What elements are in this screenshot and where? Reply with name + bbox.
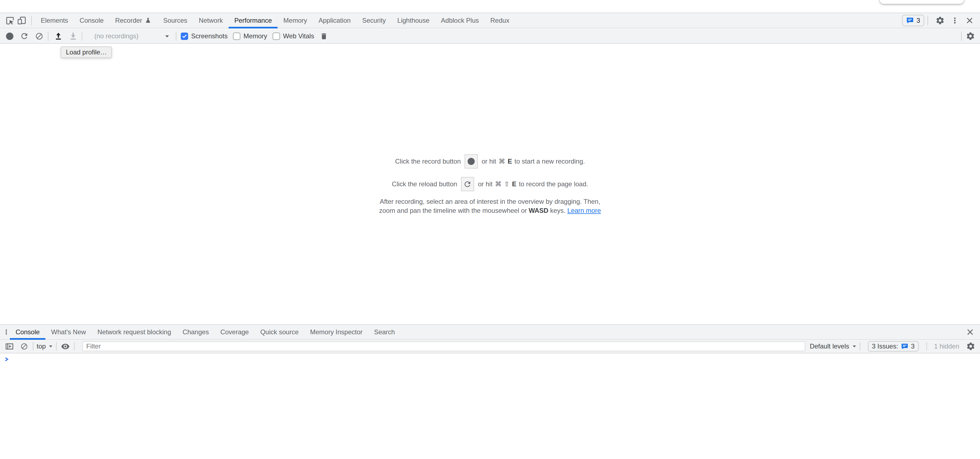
checkbox-unchecked-icon[interactable]	[233, 33, 240, 40]
paragraph-text: keys.	[550, 207, 565, 214]
issues-badge[interactable]: 3	[902, 15, 924, 26]
tab-label: Network	[199, 17, 223, 24]
screenshots-checkbox[interactable]: Screenshots	[181, 32, 228, 40]
memory-checkbox[interactable]: Memory	[233, 32, 267, 40]
tab-label: Redux	[490, 17, 509, 24]
devtools-main-tabbar: Elements Console Recorder Sources Networ…	[0, 13, 980, 29]
javascript-context-dropdown[interactable]: top	[37, 343, 53, 350]
levels-value: Default levels	[810, 343, 849, 350]
checkbox-unchecked-icon[interactable]	[273, 33, 280, 40]
e-key-glyph: E	[508, 158, 512, 165]
paragraph-text: zoom and pan the timeline with the mouse…	[379, 207, 527, 214]
drawer-tab-search[interactable]: Search	[368, 325, 401, 339]
clear-button[interactable]	[33, 30, 45, 41]
e-key-glyph: E	[512, 180, 516, 188]
issues-chat-icon	[901, 343, 908, 350]
issues-label: 3 Issues:	[872, 343, 898, 350]
separator	[961, 32, 962, 41]
tab-label: Recorder	[115, 17, 142, 24]
more-options-kebab-icon[interactable]	[949, 14, 961, 27]
drawer-tab-quick-source[interactable]: Quick source	[255, 325, 304, 339]
create-live-expression-eye-icon[interactable]	[60, 341, 71, 352]
tab-label: Memory	[283, 17, 307, 24]
console-settings-gear-icon[interactable]	[965, 341, 976, 352]
separator	[176, 32, 177, 41]
overview-paragraph: After recording, select an area of inter…	[0, 197, 980, 215]
reload-button-example[interactable]	[461, 177, 474, 191]
console-issues-badge[interactable]: 3 Issues: 3	[868, 341, 919, 352]
tab-performance[interactable]: Performance	[229, 13, 278, 28]
tab-recorder[interactable]: Recorder	[110, 13, 158, 28]
recordings-dropdown-value: (no recordings)	[94, 32, 138, 40]
inspect-element-icon[interactable]	[4, 14, 16, 27]
checkbox-checked-icon[interactable]	[181, 33, 188, 40]
tab-application[interactable]: Application	[313, 13, 356, 28]
hidden-messages-label: 1 hidden	[934, 343, 959, 350]
tab-label: Performance	[234, 17, 272, 24]
drawer-tab-changes[interactable]: Changes	[177, 325, 215, 339]
tab-console[interactable]: Console	[74, 13, 110, 28]
save-profile-button[interactable]	[68, 30, 78, 41]
tab-label: Console	[16, 328, 40, 336]
tab-elements[interactable]: Elements	[35, 13, 74, 28]
record-button[interactable]	[4, 30, 15, 41]
reload-and-record-button[interactable]	[19, 30, 30, 41]
chevron-down-icon	[852, 345, 856, 347]
tab-memory[interactable]: Memory	[278, 13, 313, 28]
drawer-tab-console[interactable]: Console	[10, 325, 45, 339]
close-devtools-icon[interactable]	[964, 14, 975, 27]
web-vitals-checkbox[interactable]: Web Vitals	[273, 32, 314, 40]
drawer-more-tools-kebab-icon[interactable]	[3, 328, 10, 336]
close-drawer-icon[interactable]	[964, 326, 976, 338]
tab-label: Security	[362, 17, 386, 24]
load-profile-button[interactable]	[53, 30, 64, 41]
settings-gear-icon[interactable]	[934, 14, 946, 27]
load-profile-tooltip: Load profile…	[61, 46, 112, 58]
record-icon	[6, 33, 13, 40]
tab-label: Memory Inspector	[310, 328, 363, 336]
drawer-tabbar: Console What's New Network request block…	[0, 324, 980, 340]
instruction-text: Click the reload button	[392, 180, 457, 188]
drawer-tab-network-request-blocking[interactable]: Network request blocking	[92, 325, 177, 339]
drawer-tab-whats-new[interactable]: What's New	[45, 325, 92, 339]
recordings-dropdown[interactable]: (no recordings)	[91, 30, 173, 41]
cmd-key-glyph: ⌘	[499, 158, 505, 165]
separator	[74, 342, 75, 351]
tab-redux[interactable]: Redux	[485, 13, 515, 28]
floating-window-fragment	[880, 0, 964, 4]
garbage-collect-trash-icon[interactable]	[318, 30, 329, 41]
reload-instruction-row: Click the reload button or hit ⌘ ⇧ E to …	[0, 177, 980, 191]
tab-network[interactable]: Network	[193, 13, 229, 28]
context-value: top	[37, 343, 46, 350]
chevron-down-icon	[165, 35, 169, 38]
issues-count: 3	[911, 343, 915, 350]
drawer-tab-coverage[interactable]: Coverage	[215, 325, 255, 339]
tab-label: Console	[80, 17, 103, 24]
device-toolbar-icon[interactable]	[16, 14, 28, 27]
tab-sources[interactable]: Sources	[158, 13, 193, 28]
cmd-key-glyph: ⌘	[495, 180, 501, 188]
tab-lighthouse[interactable]: Lighthouse	[391, 13, 435, 28]
tab-adblock-plus[interactable]: Adblock Plus	[435, 13, 485, 28]
tabbar-right-controls: 3	[902, 14, 980, 27]
drawer-tab-memory-inspector[interactable]: Memory Inspector	[304, 325, 368, 339]
separator	[48, 32, 48, 41]
console-filter-input[interactable]	[82, 341, 805, 351]
log-levels-dropdown[interactable]: Default levels	[810, 343, 856, 350]
clear-console-icon[interactable]	[19, 341, 30, 352]
tab-label: Lighthouse	[397, 17, 429, 24]
console-sidebar-toggle-icon[interactable]	[4, 341, 15, 352]
tab-security[interactable]: Security	[356, 13, 391, 28]
record-icon	[468, 158, 475, 165]
separator	[928, 16, 928, 25]
instruction-text: Click the record button	[395, 158, 461, 165]
tab-label: Application	[318, 17, 350, 24]
capture-settings-gear-icon[interactable]	[965, 30, 976, 41]
flask-icon	[145, 17, 152, 24]
console-prompt-row[interactable]	[0, 354, 980, 373]
learn-more-link[interactable]: Learn more	[567, 207, 601, 214]
separator	[926, 342, 927, 351]
console-prompt-chevron-icon	[5, 357, 9, 373]
performance-toolbar: (no recordings) Screenshots Memory Web V…	[0, 29, 980, 44]
record-button-example[interactable]	[465, 154, 478, 169]
